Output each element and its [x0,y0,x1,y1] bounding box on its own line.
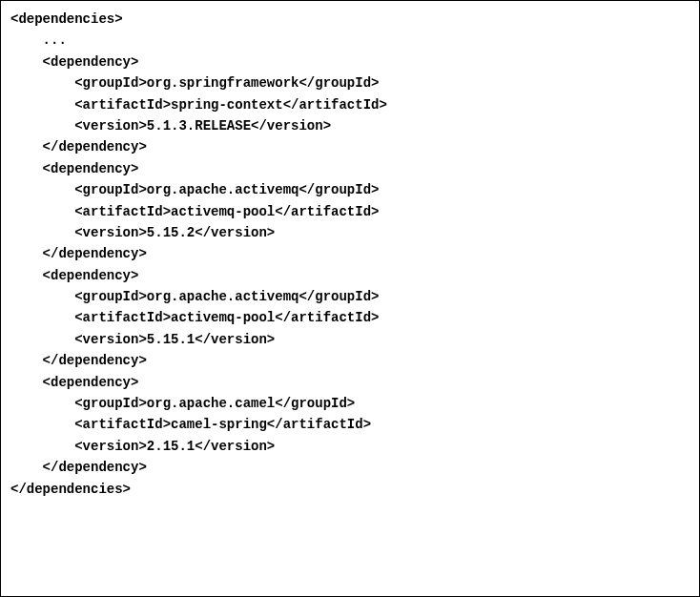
code-line: <version>2.15.1</version> [10,436,690,457]
code-line: <dependencies> [10,9,690,30]
code-line: ... [10,30,690,51]
code-line: <artifactId>activemq-pool</artifactId> [10,307,690,328]
code-line: </dependency> [10,243,690,264]
code-line: <groupId>org.springframework</groupId> [10,72,690,93]
code-line: <artifactId>camel-spring</artifactId> [10,414,690,435]
code-line: <dependency> [10,372,690,393]
code-line: </dependency> [10,457,690,478]
code-line: </dependency> [10,136,690,157]
code-line: <dependency> [10,265,690,286]
code-line: <version>5.1.3.RELEASE</version> [10,115,690,136]
code-line: <groupId>org.apache.activemq</groupId> [10,286,690,307]
code-line: <groupId>org.apache.activemq</groupId> [10,179,690,200]
code-line: </dependencies> [10,479,690,500]
code-line: </dependency> [10,350,690,371]
code-line: <dependency> [10,158,690,179]
code-block: <dependencies> ... <dependency> <groupId… [0,0,700,597]
code-line: <artifactId>activemq-pool</artifactId> [10,201,690,222]
code-line: <dependency> [10,51,690,72]
code-line: <artifactId>spring-context</artifactId> [10,94,690,115]
code-line: <version>5.15.2</version> [10,222,690,243]
code-line: <groupId>org.apache.camel</groupId> [10,393,690,414]
code-line: <version>5.15.1</version> [10,329,690,350]
